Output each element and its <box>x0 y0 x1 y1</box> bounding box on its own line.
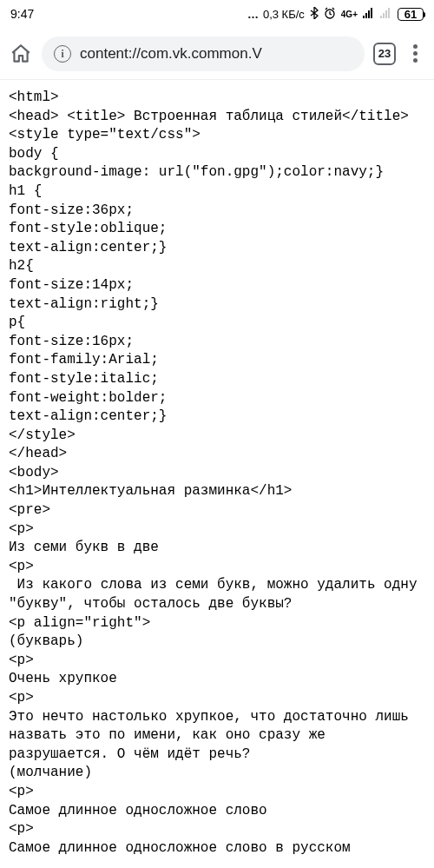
battery-level: 61 <box>404 8 417 21</box>
battery-icon: 61 <box>398 8 424 21</box>
signal-icon-2 <box>380 8 392 21</box>
status-bar: 9:47 0,3 КБ/с 4G+ 61 <box>0 0 434 28</box>
svg-rect-7 <box>385 10 387 18</box>
site-info-icon[interactable]: i <box>54 45 71 63</box>
status-time: 9:47 <box>10 7 34 21</box>
tab-count: 23 <box>378 47 391 60</box>
alarm-icon <box>324 7 336 22</box>
page-content: <html> <head> <title> Встроенная таблица… <box>0 80 434 858</box>
url-text: content://com.vk.common.V <box>80 45 352 63</box>
more-indicator-icon <box>247 8 258 21</box>
svg-rect-8 <box>388 8 390 18</box>
svg-rect-6 <box>383 13 385 18</box>
url-bar[interactable]: i content://com.vk.common.V <box>42 36 365 71</box>
browser-toolbar: i content://com.vk.common.V 23 <box>0 28 434 80</box>
data-rate: 0,3 КБ/с <box>263 8 305 21</box>
home-button[interactable] <box>9 42 33 66</box>
signal-icon <box>363 8 375 21</box>
svg-rect-4 <box>371 8 372 18</box>
svg-rect-5 <box>380 16 382 18</box>
status-left: 9:47 <box>10 7 34 21</box>
tabs-button[interactable]: 23 <box>373 43 396 65</box>
status-right: 0,3 КБ/с 4G+ 61 <box>247 7 424 22</box>
svg-rect-1 <box>363 16 365 18</box>
network-type: 4G+ <box>341 10 358 19</box>
dot-icon <box>413 58 418 63</box>
menu-button[interactable] <box>404 44 425 63</box>
svg-rect-2 <box>365 13 367 18</box>
dot-icon <box>413 51 418 56</box>
svg-rect-3 <box>368 10 370 18</box>
dot-icon <box>413 44 418 49</box>
bluetooth-icon <box>310 7 319 22</box>
